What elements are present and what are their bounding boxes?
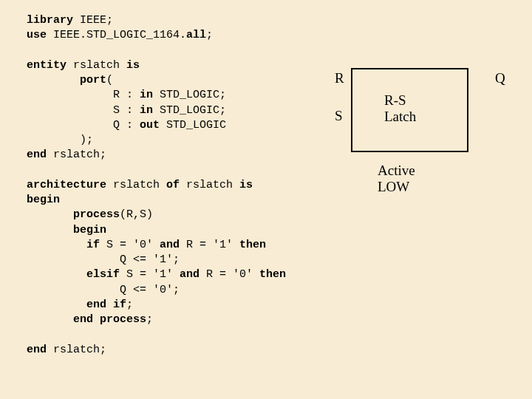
code-text: rslatch [106,179,166,191]
kw-architecture: architecture [27,179,106,191]
kw-is: is [239,179,253,191]
kw-if: if [27,239,100,251]
vhdl-code-block: library IEEE; use IEEE.STD_LOGIC_1164.al… [27,13,286,358]
kw-end-process: end process [27,313,146,326]
port-s-label: S [335,108,343,124]
code-text: rslatch; [47,149,106,161]
code-text: ; [206,29,213,41]
port-q-label: Q [495,70,505,86]
latch-label: R-S Latch [384,92,416,125]
code-text: STD_LOGIC; [153,89,226,101]
kw-begin: begin [27,224,106,236]
kw-of: of [166,179,180,191]
kw-end: end [27,344,47,356]
kw-out: out [140,119,160,132]
code-text: Q <= '1'; [27,253,180,266]
kw-in: in [140,104,153,117]
kw-all: all [186,29,206,41]
kw-and: and [180,268,200,281]
code-text: Q <= '0'; [27,284,180,296]
kw-port: port [27,74,106,86]
code-text: S = '0' [100,239,160,251]
code-text: STD_LOGIC [160,119,226,132]
code-text: ; [146,313,153,326]
kw-end-if: end if [27,299,126,311]
kw-entity: entity [27,59,66,72]
kw-then: then [239,239,266,251]
kw-process: process [27,208,120,221]
code-text: ( [106,74,113,86]
kw-elsif: elsif [27,268,120,281]
kw-and: and [160,239,180,251]
code-text: R = '1' [180,239,239,251]
code-text: STD_LOGIC; [153,104,226,117]
kw-library: library [27,14,73,27]
code-text: IEEE; [73,14,113,27]
kw-then: then [259,268,286,281]
code-text: R : [27,89,140,101]
code-text: S : [27,104,140,117]
kw-begin: begin [27,194,60,206]
kw-in: in [140,89,153,101]
code-text: ); [27,134,93,146]
kw-use: use [27,29,47,41]
code-text: rslatch; [47,344,106,356]
code-text: rslatch [180,179,239,191]
latch-caption: Active LOW [378,163,415,195]
code-text: S = '1' [120,268,180,281]
code-text: Q : [27,119,140,132]
port-r-label: R [335,70,344,86]
code-text: (R,S) [120,208,153,221]
code-text: R = '0' [200,268,259,281]
code-text: rslatch [66,59,126,72]
code-text: ; [126,299,133,311]
code-text: IEEE.STD_LOGIC_1164. [47,29,186,41]
kw-end: end [27,149,47,161]
kw-is: is [126,59,140,72]
